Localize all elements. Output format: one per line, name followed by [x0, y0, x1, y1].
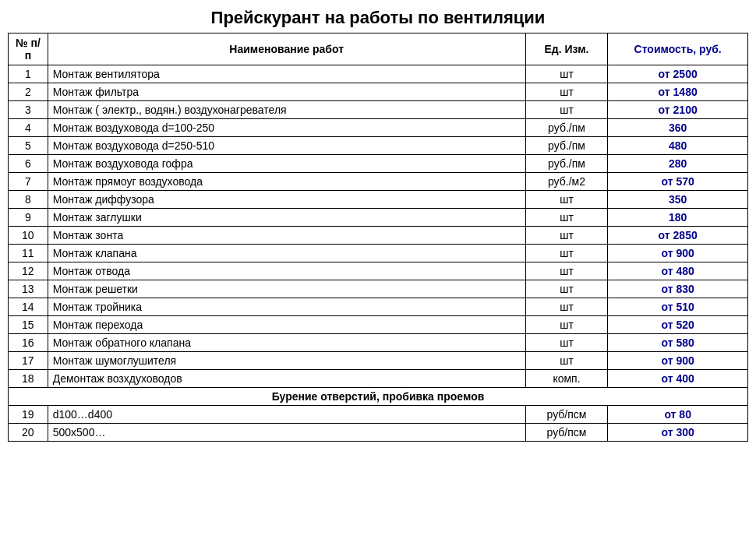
row-price: от 520	[608, 316, 748, 334]
row-unit: шт	[525, 298, 608, 316]
row-price: от 80	[608, 406, 748, 424]
page-title: Прейскурант на работы по вентиляции	[8, 8, 748, 28]
row-unit: шт	[525, 316, 608, 334]
row-unit: шт	[525, 334, 608, 352]
row-unit: шт	[525, 209, 608, 227]
row-price: от 400	[608, 370, 748, 388]
table-row: 12Монтаж отводаштот 480	[9, 262, 748, 280]
row-name: Монтаж перехода	[48, 316, 525, 334]
row-num: 7	[9, 173, 48, 191]
row-unit: шт	[525, 227, 608, 245]
row-num: 19	[9, 406, 48, 424]
row-name: Монтаж вентилятора	[48, 65, 525, 83]
row-name: Монтаж воздуховода гофра	[48, 155, 525, 173]
row-price: от 300	[608, 424, 748, 442]
row-price: от 900	[608, 352, 748, 370]
table-row: 7Монтаж прямоуг воздуховодаруб./м2от 570	[9, 173, 748, 191]
row-num: 2	[9, 83, 48, 101]
row-name: Монтаж заглушки	[48, 209, 525, 227]
table-row: 16Монтаж обратного клапанаштот 580	[9, 334, 748, 352]
row-num: 4	[9, 119, 48, 137]
row-price: 360	[608, 119, 748, 137]
row-unit: комп.	[525, 370, 608, 388]
row-unit: шт	[525, 65, 608, 83]
row-price: от 510	[608, 298, 748, 316]
row-num: 11	[9, 245, 48, 262]
row-price: от 830	[608, 280, 748, 298]
row-num: 5	[9, 137, 48, 155]
row-name: Монтаж обратного клапана	[48, 334, 525, 352]
price-table: № п/п Наименование работ Ед. Изм. Стоимо…	[8, 33, 748, 442]
header-price: Стоимость, руб.	[608, 33, 748, 65]
row-name: Монтаж отвода	[48, 262, 525, 280]
row-name: Монтаж прямоуг воздуховода	[48, 173, 525, 191]
row-num: 18	[9, 370, 48, 388]
row-name: Монтаж фильтра	[48, 83, 525, 101]
row-unit: шт	[525, 280, 608, 298]
row-num: 6	[9, 155, 48, 173]
row-price: от 900	[608, 245, 748, 262]
row-num: 16	[9, 334, 48, 352]
table-row: 14Монтаж тройникаштот 510	[9, 298, 748, 316]
table-row: 6Монтаж воздуховода гофраруб./пм280	[9, 155, 748, 173]
table-row: 20500х500…руб/псмот 300	[9, 424, 748, 442]
section-header-label: Бурение отверстий, пробивка проемов	[9, 388, 748, 406]
header-name: Наименование работ	[48, 33, 525, 65]
row-unit: руб./пм	[525, 155, 608, 173]
row-num: 12	[9, 262, 48, 280]
row-name: Монтаж ( электр., водян.) воздухонагрева…	[48, 101, 525, 119]
row-price: 180	[608, 209, 748, 227]
row-unit: шт	[525, 245, 608, 262]
table-row: 8Монтаж диффузорашт350	[9, 191, 748, 209]
row-unit: руб/псм	[525, 406, 608, 424]
table-row: 9Монтаж заглушкишт180	[9, 209, 748, 227]
row-num: 14	[9, 298, 48, 316]
row-name: Монтаж диффузора	[48, 191, 525, 209]
table-row: 17Монтаж шумоглушителяштот 900	[9, 352, 748, 370]
table-row: 5Монтаж воздуховода d=250-510руб./пм480	[9, 137, 748, 155]
row-num: 8	[9, 191, 48, 209]
table-row: 3Монтаж ( электр., водян.) воздухонагрев…	[9, 101, 748, 119]
table-row: 4Монтаж воздуховода d=100-250руб./пм360	[9, 119, 748, 137]
row-unit: руб./пм	[525, 119, 608, 137]
row-price: от 2500	[608, 65, 748, 83]
row-unit: руб./пм	[525, 137, 608, 155]
table-row: 13Монтаж решеткиштот 830	[9, 280, 748, 298]
table-row: 19d100…d400руб/псмот 80	[9, 406, 748, 424]
row-name: Демонтаж возхдуховодов	[48, 370, 525, 388]
row-price: от 570	[608, 173, 748, 191]
row-num: 13	[9, 280, 48, 298]
row-num: 3	[9, 101, 48, 119]
row-name: Монтаж воздуховода d=250-510	[48, 137, 525, 155]
row-num: 20	[9, 424, 48, 442]
row-price: от 1480	[608, 83, 748, 101]
row-num: 15	[9, 316, 48, 334]
header-num: № п/п	[9, 33, 48, 65]
row-price: 280	[608, 155, 748, 173]
row-price: от 580	[608, 334, 748, 352]
row-unit: шт	[525, 191, 608, 209]
row-num: 10	[9, 227, 48, 245]
row-unit: шт	[525, 83, 608, 101]
section-header-row: Бурение отверстий, пробивка проемов	[9, 388, 748, 406]
row-unit: руб/псм	[525, 424, 608, 442]
row-price: от 2850	[608, 227, 748, 245]
row-num: 17	[9, 352, 48, 370]
row-unit: шт	[525, 101, 608, 119]
row-name: 500х500…	[48, 424, 525, 442]
table-row: 18Демонтаж возхдуховодовкомп.от 400	[9, 370, 748, 388]
row-name: d100…d400	[48, 406, 525, 424]
row-name: Монтаж зонта	[48, 227, 525, 245]
row-name: Монтаж клапана	[48, 245, 525, 262]
main-container: Прейскурант на работы по вентиляции № п/…	[8, 8, 748, 442]
row-name: Монтаж тройника	[48, 298, 525, 316]
row-price: 480	[608, 137, 748, 155]
table-row: 10Монтаж зонташтот 2850	[9, 227, 748, 245]
row-name: Монтаж воздуховода d=100-250	[48, 119, 525, 137]
table-row: 15Монтаж переходаштот 520	[9, 316, 748, 334]
table-row: 2Монтаж фильтраштот 1480	[9, 83, 748, 101]
table-row: 11Монтаж клапанаштот 900	[9, 245, 748, 262]
header-unit: Ед. Изм.	[525, 33, 608, 65]
row-unit: шт	[525, 352, 608, 370]
row-price: 350	[608, 191, 748, 209]
